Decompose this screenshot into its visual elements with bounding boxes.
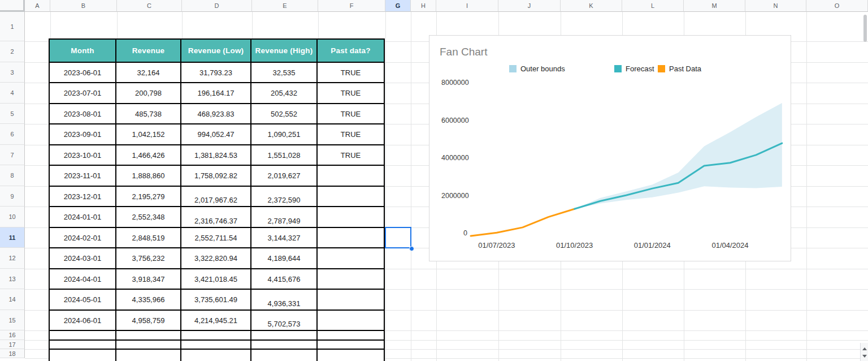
row-header-6[interactable]: 6 [0, 124, 25, 145]
table-cell[interactable] [251, 330, 317, 340]
table-cell[interactable]: 4,958,759 [116, 310, 181, 330]
chart-card[interactable]: Fan Chart Outer boundsForecastPast Data … [429, 35, 791, 261]
table-cell[interactable]: 32,535 [251, 62, 317, 83]
table-cell[interactable]: 205,432 [251, 83, 317, 104]
table-cell[interactable]: 196,164.17 [181, 83, 251, 104]
table-header-cell[interactable]: Revenue (Low) [181, 39, 251, 62]
table-cell[interactable]: 1,090,251 [251, 124, 317, 145]
fill-handle[interactable] [409, 246, 414, 251]
column-header-J[interactable]: J [498, 0, 561, 12]
column-header-D[interactable]: D [182, 0, 252, 12]
table-cell[interactable] [317, 289, 384, 310]
table-cell[interactable]: 2024-02-01 [49, 227, 116, 248]
table-cell[interactable]: 2023-10-01 [49, 145, 116, 165]
vertical-scrollbar-thumb[interactable] [863, 15, 867, 42]
row-header-14[interactable]: 14 [0, 289, 25, 310]
table-cell[interactable] [317, 310, 384, 330]
table-cell[interactable]: TRUE [317, 83, 384, 104]
table-cell[interactable] [251, 340, 317, 349]
table-cell[interactable] [317, 340, 384, 349]
table-cell[interactable]: 1,042,152 [116, 124, 181, 145]
table-cell[interactable]: 2024-04-01 [49, 269, 116, 289]
table-cell[interactable]: TRUE [317, 124, 384, 145]
table-cell[interactable]: 2,017,967.62 [181, 186, 251, 207]
table-cell[interactable]: 3,322,820.94 [181, 248, 251, 269]
row-header-8[interactable]: 8 [0, 165, 25, 186]
column-header-I[interactable]: I [436, 0, 498, 12]
table-cell[interactable]: 3,918,347 [116, 269, 181, 289]
table-cell[interactable]: TRUE [317, 145, 384, 165]
selected-cell-outline[interactable] [385, 227, 411, 248]
table-cell[interactable]: 1,381,824.53 [181, 145, 251, 165]
table-cell[interactable]: 3,756,232 [116, 248, 181, 269]
column-header-C[interactable]: C [117, 0, 182, 12]
column-header-H[interactable]: H [411, 0, 436, 12]
table-cell[interactable]: 468,923.83 [181, 104, 251, 124]
table-cell[interactable] [317, 330, 384, 340]
table-cell[interactable]: 2024-01-01 [49, 207, 116, 227]
column-header-E[interactable]: E [252, 0, 318, 12]
table-cell[interactable] [317, 165, 384, 186]
table-cell[interactable]: 485,738 [116, 104, 181, 124]
table-cell[interactable]: 4,415,676 [251, 269, 317, 289]
table-header-cell[interactable]: Month [49, 39, 116, 62]
table-cell[interactable] [251, 349, 317, 361]
table-cell[interactable] [181, 340, 251, 349]
row-header-12[interactable]: 12 [0, 248, 25, 269]
table-cell[interactable] [49, 349, 116, 361]
table-cell[interactable]: 3,421,018.45 [181, 269, 251, 289]
scroll-down-icon[interactable] [862, 355, 867, 358]
table-cell[interactable]: 2,552,711.54 [181, 227, 251, 248]
table-cell[interactable] [317, 186, 384, 207]
row-header-15[interactable]: 15 [0, 310, 25, 330]
column-header-O[interactable]: O [806, 0, 868, 12]
table-cell[interactable]: 2,316,746.37 [181, 207, 251, 227]
table-cell[interactable]: 200,798 [116, 83, 181, 104]
table-cell[interactable]: 5,702,573 [251, 310, 317, 330]
table-cell[interactable]: 2,552,348 [116, 207, 181, 227]
row-header-10[interactable]: 10 [0, 207, 25, 227]
table-cell[interactable]: 31,793.23 [181, 62, 251, 83]
row-header-4[interactable]: 4 [0, 83, 25, 104]
row-header-7[interactable]: 7 [0, 145, 25, 165]
table-cell[interactable]: 2024-05-01 [49, 289, 116, 310]
row-header-13[interactable]: 13 [0, 269, 25, 289]
table-cell[interactable]: TRUE [317, 104, 384, 124]
table-cell[interactable]: 1,551,028 [251, 145, 317, 165]
table-cell[interactable]: 2023-11-01 [49, 165, 116, 186]
table-cell[interactable]: 2,848,519 [116, 227, 181, 248]
table-cell[interactable]: 2,195,279 [116, 186, 181, 207]
table-cell[interactable]: 994,052.47 [181, 124, 251, 145]
column-header-L[interactable]: L [622, 0, 684, 12]
table-cell[interactable]: 3,735,601.49 [181, 289, 251, 310]
table-cell[interactable]: 2023-12-01 [49, 186, 116, 207]
table-cell[interactable] [317, 248, 384, 269]
table-cell[interactable] [317, 349, 384, 361]
row-header-1[interactable]: 1 [0, 12, 25, 41]
table-cell[interactable]: 2023-08-01 [49, 104, 116, 124]
column-header-B[interactable]: B [50, 0, 117, 12]
table-cell[interactable]: 4,936,331 [251, 289, 317, 310]
table-cell[interactable] [181, 330, 251, 340]
table-cell[interactable]: 2,787,949 [251, 207, 317, 227]
table-cell[interactable]: 2024-03-01 [49, 248, 116, 269]
table-cell[interactable] [49, 340, 116, 349]
table-cell[interactable]: 2023-09-01 [49, 124, 116, 145]
table-cell[interactable]: 2024-06-01 [49, 310, 116, 330]
table-header-cell[interactable]: Revenue (High) [251, 39, 317, 62]
column-header-G[interactable]: G [385, 0, 411, 12]
table-cell[interactable] [181, 349, 251, 361]
column-header-M[interactable]: M [684, 0, 745, 12]
table-cell[interactable]: 4,214,945.21 [181, 310, 251, 330]
table-cell[interactable]: 2,019,627 [251, 165, 317, 186]
scroll-up-icon[interactable] [862, 347, 867, 350]
table-cell[interactable] [116, 330, 181, 340]
row-header-11[interactable]: 11 [0, 227, 25, 248]
table-cell[interactable]: 502,552 [251, 104, 317, 124]
column-header-A[interactable]: A [25, 0, 50, 12]
table-header-cell[interactable]: Revenue [116, 39, 181, 62]
table-cell[interactable]: 4,189,644 [251, 248, 317, 269]
table-cell[interactable]: 32,164 [116, 62, 181, 83]
table-cell[interactable]: 1,466,426 [116, 145, 181, 165]
table-cell[interactable]: 4,335,966 [116, 289, 181, 310]
